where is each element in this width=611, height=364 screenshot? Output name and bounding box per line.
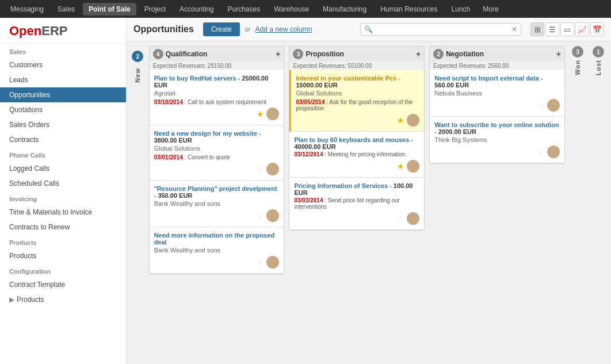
sidebar-item-sales-orders[interactable]: Sales Orders — [0, 117, 126, 132]
card-more-info-company: Bank Wealthy and sons — [154, 247, 280, 254]
sidebar-item-products[interactable]: Products — [0, 248, 126, 263]
svg-point-12 — [410, 214, 416, 220]
nav-accounting[interactable]: Accounting — [174, 3, 219, 16]
sidebar-item-contracts-to-renew[interactable]: Contracts to Renew — [0, 220, 126, 235]
card-more-info-star[interactable]: ☆ — [257, 258, 264, 267]
kanban-col-negotiation: 2 Negotiation + Expected Revenues: 2560.… — [429, 46, 565, 164]
nav-manufacturing[interactable]: Manufacturing — [317, 3, 372, 16]
nav-hr[interactable]: Human Resources — [375, 3, 443, 16]
negotiation-badge: 2 — [433, 49, 444, 59]
card-keyboards[interactable]: Plan to buy 60 keyboards and mouses - 40… — [289, 132, 424, 178]
card-website-company: Global Solutions — [154, 145, 280, 152]
main-content: Opportunities Create or Add a new column… — [127, 18, 611, 364]
nav-lunch[interactable]: Lunch — [446, 3, 476, 16]
card-online-avatar — [547, 145, 560, 158]
card-website-star[interactable]: ☆ — [257, 164, 264, 174]
card-pcs-date: 03/05/2014 — [296, 99, 324, 105]
create-button[interactable]: Create — [203, 22, 240, 36]
nav-sales[interactable]: Sales — [52, 3, 81, 16]
nav-project[interactable]: Project — [139, 3, 171, 16]
sidebar-item-config-products[interactable]: ▶ Products — [0, 292, 126, 307]
card-pricing-date-line: 03/03/2014 : Send price list regarding o… — [294, 197, 419, 210]
svg-point-11 — [408, 168, 418, 173]
card-resource-title: "Resource Planning" project develpment -… — [154, 185, 280, 199]
card-online-star[interactable]: ☆ — [537, 147, 545, 156]
logo: OpenERP — [0, 18, 126, 44]
sidebar-item-logged-calls[interactable]: Logged Calls — [0, 161, 126, 176]
card-keyboards-title: Plan to buy 60 keyboards and mouses - 40… — [294, 136, 419, 150]
add-column-button[interactable]: Add a new column — [255, 25, 312, 33]
svg-point-6 — [270, 258, 276, 263]
won-side-col: 3 Won — [570, 46, 586, 75]
sidebar-item-customers[interactable]: Customers — [0, 58, 126, 72]
sidebar-item-scheduled-calls[interactable]: Scheduled Calls — [0, 176, 126, 191]
card-pricing-star[interactable]: ☆ — [397, 214, 404, 223]
svg-point-2 — [270, 164, 276, 170]
svg-point-5 — [268, 217, 278, 222]
card-resource-star[interactable]: ☆ — [257, 211, 264, 220]
svg-point-0 — [270, 109, 276, 115]
nav-messaging[interactable]: Messaging — [5, 3, 49, 16]
search-input[interactable] — [375, 25, 511, 33]
negotiation-add-button[interactable]: + — [556, 50, 561, 58]
card-pricing[interactable]: Pricing Information of Services - 100.00… — [289, 178, 424, 230]
nav-more[interactable]: More — [478, 3, 503, 16]
card-import-title: Need script to Import external data - 56… — [434, 75, 560, 89]
card-pcs-footer: ★ — [296, 114, 419, 127]
sidebar-item-quotations[interactable]: Quotations — [0, 102, 126, 117]
kanban-view-icon[interactable]: ⊞ — [530, 22, 544, 36]
card-import[interactable]: Need script to Import external data - 56… — [430, 70, 564, 117]
sidebar-item-opportunities[interactable]: Opportunities — [0, 87, 126, 102]
card-online[interactable]: Want to subscribe to your online solutio… — [430, 117, 564, 163]
sidebar-item-contract-template[interactable]: Contract Template — [0, 277, 126, 292]
card-keyboards-star[interactable]: ★ — [397, 162, 404, 171]
svg-point-14 — [551, 101, 556, 106]
lost-badge: 1 — [593, 46, 604, 58]
card-redhat-footer: ★ — [154, 108, 280, 120]
qualification-title: Qualification — [166, 50, 274, 58]
svg-point-1 — [268, 116, 278, 120]
svg-point-4 — [270, 211, 276, 217]
nav-warehouse[interactable]: Warehouse — [268, 3, 315, 16]
proposition-add-button[interactable]: + — [416, 50, 421, 58]
search-clear-icon[interactable]: ✕ — [511, 25, 517, 33]
card-pcs-company: Global Solutions — [296, 90, 419, 97]
card-redhat-date-line: 03/10/2014 : Call to ask system requirem… — [154, 99, 280, 105]
card-resource-planning[interactable]: "Resource Planning" project develpment -… — [150, 181, 284, 227]
sidebar-item-time-materials[interactable]: Time & Materials to Invoice — [0, 205, 126, 220]
sidebar-item-contracts[interactable]: Contracts — [0, 132, 126, 147]
top-navigation: Messaging Sales Point of Sale Project Ac… — [0, 0, 611, 18]
card-online-footer: ☆ — [434, 145, 560, 158]
card-redhat-star[interactable]: ★ — [257, 109, 264, 118]
svg-point-15 — [548, 107, 559, 112]
won-label: Won — [574, 60, 581, 75]
svg-point-9 — [408, 122, 418, 127]
card-website[interactable]: Need a new design for my website - 3800.… — [150, 125, 284, 181]
form-view-icon[interactable]: ▭ — [560, 22, 574, 36]
svg-point-16 — [551, 147, 556, 153]
card-more-info[interactable]: Need more information on the proposed de… — [150, 227, 284, 274]
col-header-proposition: 3 Proposition + — [289, 46, 425, 62]
card-resource-footer: ☆ — [154, 209, 280, 222]
list-view-icon[interactable]: ☰ — [545, 22, 559, 36]
page-title: Opportunities — [133, 24, 194, 35]
card-pcs[interactable]: Interest in your customizable Pcs - 1500… — [289, 70, 424, 132]
card-keyboards-footer: ★ — [294, 160, 419, 173]
search-box[interactable]: 🔍 ✕ — [360, 23, 521, 36]
card-pcs-star[interactable]: ★ — [397, 116, 404, 125]
card-online-company: Think Big Systems — [434, 136, 560, 143]
graph-view-icon[interactable]: 📈 — [575, 22, 589, 36]
qualification-add-button[interactable]: + — [276, 50, 280, 58]
card-more-info-avatar — [266, 256, 279, 269]
nav-purchases[interactable]: Purchases — [222, 3, 266, 16]
card-redhat[interactable]: Plan to buy RedHat servers - 25000.00 EU… — [150, 70, 284, 125]
nav-pos[interactable]: Point of Sale — [83, 3, 136, 16]
card-import-star[interactable]: ☆ — [537, 101, 545, 110]
sidebar-section-sales: Sales — [0, 44, 126, 58]
card-resource-avatar — [266, 209, 279, 222]
qualification-cards: Plan to buy RedHat servers - 25000.00 EU… — [149, 70, 285, 274]
card-pricing-date: 03/03/2014 — [294, 197, 323, 204]
calendar-view-icon[interactable]: 📅 — [590, 22, 604, 36]
card-more-info-footer: ☆ — [154, 256, 280, 269]
sidebar-item-leads[interactable]: Leads — [0, 72, 126, 87]
